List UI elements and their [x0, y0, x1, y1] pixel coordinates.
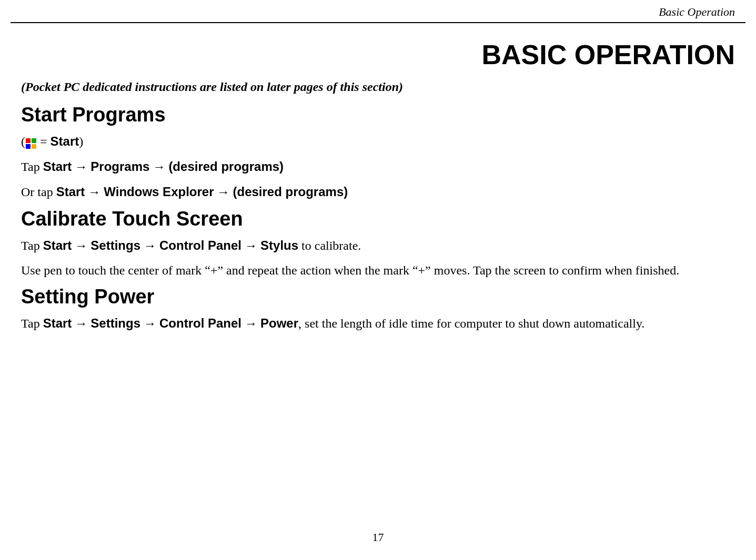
calibrate-tap: Tap Start → Settings → Control Panel → S… [21, 236, 735, 256]
page-number: 17 [0, 531, 756, 544]
windows-logo-icon [25, 136, 37, 147]
svg-rect-0 [26, 138, 31, 143]
page-title: BASIC OPERATION [21, 39, 735, 70]
start-programs-tap1: Tap Start → Programs → (desired programs… [21, 157, 735, 177]
start-label: Start [51, 134, 79, 148]
svg-rect-1 [32, 138, 36, 143]
setting-power-tap: Tap Start → Settings → Control Panel → P… [21, 313, 735, 333]
calibrate-instructions: Use pen to touch the center of mark “+” … [21, 261, 735, 280]
section-heading-calibrate: Calibrate Touch Screen [21, 208, 735, 230]
section-heading-start-programs: Start Programs [21, 104, 735, 126]
main-content: BASIC OPERATION (Pocket PC dedicated ins… [0, 23, 756, 360]
start-programs-tap2: Or tap Start → Windows Explorer → (desir… [21, 182, 735, 202]
page-subtitle: (Pocket PC dedicated instructions are li… [21, 80, 735, 94]
svg-rect-3 [32, 144, 36, 149]
section-heading-setting-power: Setting Power [21, 286, 735, 308]
header-title: Basic Operation [0, 0, 756, 22]
start-programs-logo-line: ( = Start) [21, 131, 735, 151]
svg-rect-2 [26, 144, 31, 149]
